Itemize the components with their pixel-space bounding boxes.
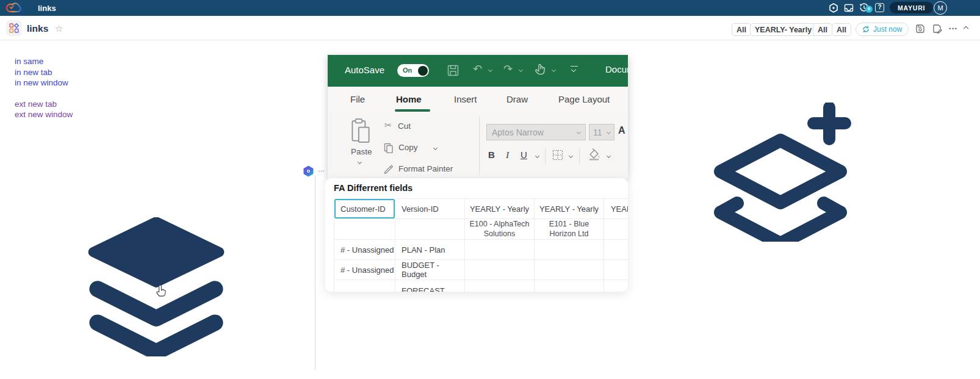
borders-icon[interactable] <box>552 150 563 161</box>
excel-save-icon[interactable] <box>447 65 459 76</box>
app-grid-button[interactable] <box>6 20 22 36</box>
avatar[interactable]: M <box>934 1 947 15</box>
autosave-toggle-knob <box>418 66 428 76</box>
redo-icon[interactable]: ↷ <box>503 62 513 76</box>
column-header-yearly-3[interactable]: YEARLY - Yearly <box>604 198 628 219</box>
font-name-dropdown[interactable]: Aptos Narrow <box>486 124 586 140</box>
italic-button[interactable]: I <box>506 150 509 161</box>
table-cell-entity-e100[interactable]: E100 - AlphaTech Solutions <box>465 219 535 240</box>
tab-draw[interactable]: Draw <box>506 94 528 104</box>
paste-icon[interactable] <box>350 118 371 145</box>
copy-button[interactable]: Copy <box>398 143 418 152</box>
undo-icon[interactable]: ↶ <box>473 62 482 76</box>
autosave-toggle[interactable]: On <box>397 64 429 77</box>
touch-mode-chevron-icon[interactable] <box>552 68 556 72</box>
widget-settings-icon[interactable] <box>303 165 314 177</box>
underline-button[interactable]: U <box>521 150 527 160</box>
document-title: Docum <box>605 64 628 74</box>
table-cell[interactable] <box>395 219 465 240</box>
copy-chevron-icon[interactable] <box>433 146 438 150</box>
vertical-divider <box>315 176 315 370</box>
table-cell[interactable] <box>604 280 628 292</box>
link-in-new-window[interactable]: in new window <box>15 78 73 88</box>
fill-color-icon[interactable] <box>588 148 601 161</box>
widget-more-icon[interactable]: … <box>318 165 326 173</box>
excel-ribbon-tabs: File Home Insert Draw Page Layout <box>328 87 628 113</box>
filter-all-1[interactable]: All <box>732 23 751 36</box>
table-cell[interactable] <box>465 260 535 280</box>
filter-all-3[interactable]: All <box>832 23 851 36</box>
table-cell[interactable] <box>465 280 535 292</box>
sync-status-button[interactable]: Just now <box>856 23 909 36</box>
tab-insert[interactable]: Insert <box>454 94 477 104</box>
undo-chevron-icon[interactable] <box>488 68 492 72</box>
collapse-chevron-icon[interactable] <box>964 26 968 31</box>
link-in-same[interactable]: in same <box>15 56 73 67</box>
table-cell-entity-e101[interactable]: E101 - Blue Horizon Ltd <box>535 219 604 240</box>
link-ext-new-tab[interactable]: ext new tab <box>15 99 73 110</box>
settings-icon[interactable] <box>829 3 838 13</box>
filter-all-2[interactable]: All <box>813 23 832 36</box>
excel-embed-window: AutoSave On ↶ ↷ Docum File Ho <box>328 55 628 179</box>
underline-chevron-icon[interactable] <box>535 154 539 158</box>
user-pill[interactable]: MAYURI <box>890 2 933 13</box>
borders-chevron-icon[interactable] <box>569 154 573 158</box>
link-in-new-tab[interactable]: in new tab <box>15 67 73 78</box>
increase-font-button[interactable]: A <box>618 125 625 136</box>
add-layer-icon[interactable] <box>710 103 851 242</box>
format-painter-icon[interactable] <box>384 164 394 174</box>
active-tab-underline <box>395 109 430 112</box>
tab-home[interactable]: Home <box>396 94 422 104</box>
bold-button[interactable]: B <box>488 150 495 160</box>
sync-status-label: Just now <box>873 25 902 34</box>
mouse-cursor <box>156 284 167 298</box>
table-cell[interactable] <box>604 240 628 260</box>
table-cell[interactable] <box>465 240 535 260</box>
table-cell-entity-e102[interactable]: E102 <box>604 219 628 240</box>
font-size-dropdown[interactable]: 11 <box>589 124 614 140</box>
redo-chevron-icon[interactable] <box>519 68 523 72</box>
table-cell[interactable]: BUDGET - Budget <box>395 260 465 280</box>
table-cell[interactable] <box>334 280 395 292</box>
fill-color-chevron-icon[interactable] <box>607 154 611 158</box>
copy-icon[interactable] <box>384 143 394 153</box>
window-title: links <box>38 4 56 13</box>
help-icon[interactable]: ? <box>875 3 884 12</box>
table-cell[interactable] <box>604 260 628 280</box>
favorite-star-icon[interactable]: ☆ <box>55 23 63 34</box>
save-icon[interactable] <box>915 24 925 34</box>
tab-file[interactable]: File <box>350 94 365 104</box>
cut-icon[interactable]: ✂ <box>384 120 392 130</box>
page-toolbar: links ☆ All YEARLY- Yearly All All Just … <box>0 16 980 40</box>
table-cell[interactable] <box>334 219 395 240</box>
inbox-icon[interactable] <box>844 3 854 13</box>
column-header-version-id[interactable]: Version-ID <box>395 198 465 219</box>
history-badge: 0 <box>865 5 873 13</box>
cut-button[interactable]: Cut <box>398 121 411 131</box>
customize-toolbar-icon[interactable] <box>571 66 578 71</box>
links-list: in same in new tab in new window ext new… <box>15 56 73 120</box>
table-cell[interactable]: FORECAST <box>395 280 465 292</box>
filter-yearly[interactable]: YEARLY- Yearly <box>750 23 816 36</box>
autosave-label: AutoSave <box>345 65 384 75</box>
tab-page-layout[interactable]: Page Layout <box>558 94 610 104</box>
export-edit-icon[interactable] <box>932 24 942 34</box>
table-cell[interactable]: # - Unassigned <box>334 240 395 260</box>
refresh-icon <box>862 26 870 33</box>
column-header-yearly-2[interactable]: YEARLY - Yearly <box>535 198 604 219</box>
table-cell[interactable] <box>535 260 604 280</box>
format-painter-button[interactable]: Format Painter <box>398 164 453 173</box>
app-logo-icon[interactable] <box>5 2 22 14</box>
paste-chevron-icon[interactable] <box>358 160 362 164</box>
column-header-yearly-1[interactable]: YEARLY - Yearly <box>465 198 535 219</box>
column-header-customer-id[interactable]: Customer-ID <box>334 198 395 219</box>
table-cell[interactable]: # - Unassigned <box>334 260 395 280</box>
table-cell[interactable]: PLAN - Plan <box>395 240 465 260</box>
paste-button[interactable]: Paste <box>351 147 372 156</box>
more-menu-button[interactable]: … <box>948 21 958 31</box>
table-cell[interactable] <box>535 240 604 260</box>
touch-mode-icon[interactable] <box>534 63 546 76</box>
table-cell[interactable] <box>535 280 604 292</box>
link-ext-new-window[interactable]: ext new window <box>15 109 73 120</box>
links-spacer <box>15 88 73 99</box>
